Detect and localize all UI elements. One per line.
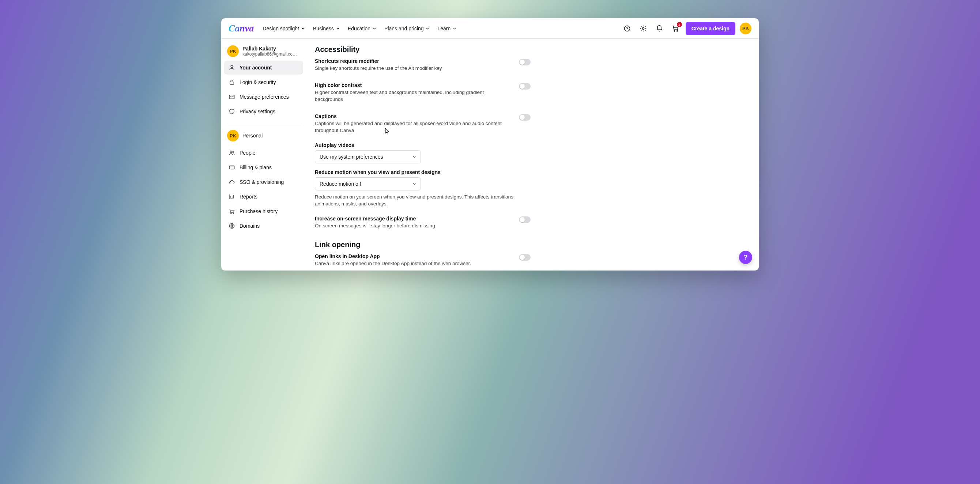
- sidebar-item-label: SSO & provisioning: [240, 179, 284, 185]
- chevron-down-icon: [426, 27, 429, 30]
- nav-menu: Design spotlight Business Education Plan…: [262, 25, 457, 32]
- main-content: Accessibility Shortcuts require modifier…: [306, 39, 759, 270]
- sidebar-item-reports[interactable]: Reports: [224, 190, 303, 204]
- sidebar-item-label: Domains: [240, 223, 259, 229]
- toggle-shortcuts-modifier[interactable]: [519, 59, 531, 65]
- setting-desc: On screen messages will stay longer befo…: [315, 222, 504, 230]
- sidebar-item-login-security[interactable]: Login & security: [224, 75, 303, 89]
- avatar[interactable]: PK: [740, 23, 751, 34]
- body: PK Pallab Kakoty kakotypallab86@gmail.co…: [221, 39, 759, 270]
- toggle-high-contrast[interactable]: [519, 83, 531, 90]
- toggle-display-time[interactable]: [519, 216, 531, 223]
- nav-label: Plans and pricing: [384, 25, 423, 32]
- cart-icon: [229, 208, 235, 214]
- select-reduce-motion[interactable]: Reduce motion off: [315, 177, 421, 190]
- app-window: Canva Design spotlight Business Educatio…: [221, 18, 759, 270]
- nav-label: Business: [313, 25, 334, 32]
- setting-captions: Captions Captions will be generated and …: [315, 111, 531, 136]
- gear-icon[interactable]: [637, 23, 649, 34]
- nav-business[interactable]: Business: [313, 25, 340, 32]
- sidebar-item-label: Purchase history: [240, 208, 278, 214]
- nav-label: Education: [348, 25, 371, 32]
- cloud-icon: [229, 179, 235, 185]
- nav-education[interactable]: Education: [348, 25, 376, 32]
- sidebar-item-label: Login & security: [240, 79, 276, 85]
- sidebar-item-label: People: [240, 150, 256, 156]
- cart-badge: 2: [677, 22, 682, 27]
- svg-rect-10: [229, 166, 234, 169]
- sidebar-workspace[interactable]: PK Personal: [224, 128, 303, 145]
- chevron-down-icon: [412, 155, 416, 159]
- select-value: Use my system preferences: [320, 154, 383, 160]
- cart-icon[interactable]: 2: [670, 23, 681, 34]
- sidebar-item-domains[interactable]: Domains: [224, 219, 303, 233]
- svg-point-8: [231, 151, 232, 153]
- setting-desc: Single key shortcuts require the use of …: [315, 65, 504, 72]
- setting-label: Increase on-screen message display time: [315, 216, 504, 222]
- nav-plans-pricing[interactable]: Plans and pricing: [384, 25, 429, 32]
- avatar: PK: [227, 45, 239, 57]
- sidebar-item-sso-provisioning[interactable]: SSO & provisioning: [224, 175, 303, 189]
- card-icon: [229, 164, 235, 171]
- help-icon[interactable]: [621, 23, 633, 34]
- setting-desc: Reduce motion on your screen when you vi…: [315, 194, 531, 208]
- setting-label: Captions: [315, 113, 504, 119]
- profile-name: Pallab Kakoty: [242, 46, 297, 52]
- create-design-button[interactable]: Create a design: [686, 22, 735, 35]
- user-icon: [229, 64, 235, 71]
- chart-icon: [229, 194, 235, 200]
- section-title-link-opening: Link opening: [315, 241, 750, 249]
- setting-label: Shortcuts require modifier: [315, 58, 504, 64]
- sidebar-profile[interactable]: PK Pallab Kakoty kakotypallab86@gmail.co…: [224, 44, 303, 60]
- setting-open-links-desktop: Open links in Desktop App Canva links ar…: [315, 251, 531, 270]
- setting-autoplay-videos: Autoplay videos Use my system preference…: [315, 142, 531, 163]
- svg-point-3: [674, 30, 675, 32]
- lock-icon: [229, 79, 235, 86]
- setting-desc: Higher contrast between text and backgro…: [315, 89, 504, 103]
- chevron-down-icon: [372, 27, 376, 30]
- setting-label: High color contrast: [315, 82, 504, 88]
- sidebar-item-people[interactable]: People: [224, 146, 303, 160]
- select-autoplay-videos[interactable]: Use my system preferences: [315, 150, 421, 163]
- toggle-open-links-desktop[interactable]: [519, 254, 531, 261]
- svg-point-5: [231, 65, 233, 68]
- nav-label: Design spotlight: [262, 25, 299, 32]
- svg-point-9: [232, 151, 234, 153]
- people-icon: [229, 149, 235, 156]
- sidebar-item-label: Message preferences: [240, 94, 289, 100]
- canva-logo[interactable]: Canva: [229, 23, 254, 34]
- svg-point-1: [627, 30, 627, 30]
- nav-design-spotlight[interactable]: Design spotlight: [262, 25, 305, 32]
- divider: [226, 123, 302, 123]
- svg-point-4: [676, 30, 678, 32]
- select-value: Reduce motion off: [320, 181, 361, 187]
- globe-icon: [229, 223, 235, 229]
- sidebar-item-label: Reports: [240, 194, 258, 200]
- svg-point-12: [233, 213, 234, 214]
- profile-email: kakotypallab86@gmail.co…: [242, 52, 297, 57]
- sidebar-item-label: Your account: [240, 65, 272, 71]
- top-nav: Canva Design spotlight Business Educatio…: [221, 18, 759, 39]
- sidebar-item-billing-plans[interactable]: Billing & plans: [224, 160, 303, 175]
- sidebar-item-purchase-history[interactable]: Purchase history: [224, 204, 303, 218]
- sidebar: PK Pallab Kakoty kakotypallab86@gmail.co…: [221, 39, 306, 270]
- avatar: PK: [227, 130, 239, 141]
- setting-high-contrast: High color contrast Higher contrast betw…: [315, 80, 531, 105]
- bell-icon[interactable]: [654, 23, 665, 34]
- nav-label: Learn: [438, 25, 450, 32]
- chevron-down-icon: [301, 27, 305, 30]
- sidebar-item-your-account[interactable]: Your account: [224, 61, 303, 75]
- svg-point-11: [231, 213, 231, 214]
- sidebar-item-message-preferences[interactable]: Message preferences: [224, 90, 303, 104]
- setting-desc: Canva links are opened in the Desktop Ap…: [315, 260, 504, 267]
- nav-learn[interactable]: Learn: [438, 25, 457, 32]
- setting-label: Autoplay videos: [315, 142, 531, 148]
- toggle-captions[interactable]: [519, 114, 531, 121]
- help-fab[interactable]: ?: [739, 251, 752, 264]
- sidebar-item-privacy-settings[interactable]: Privacy settings: [224, 105, 303, 119]
- chevron-down-icon: [453, 27, 457, 30]
- workspace-name: Personal: [242, 133, 262, 138]
- svg-rect-6: [230, 82, 234, 84]
- sidebar-item-label: Privacy settings: [240, 109, 275, 114]
- sidebar-item-label: Billing & plans: [240, 165, 272, 170]
